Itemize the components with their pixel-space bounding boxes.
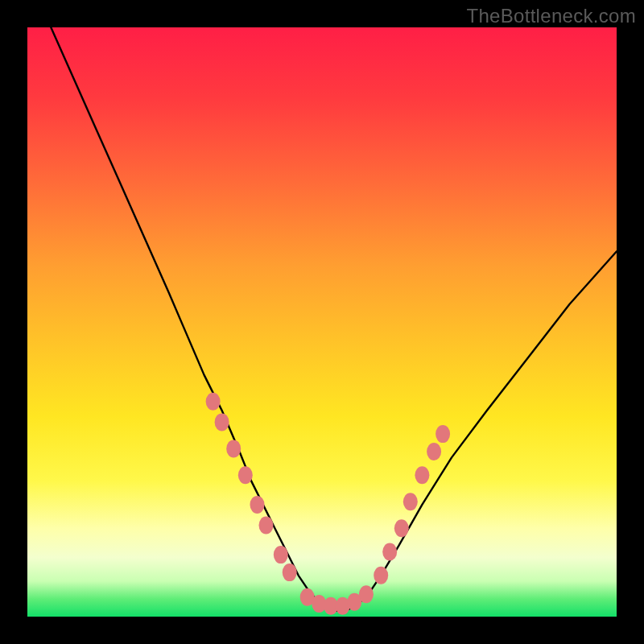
curve-marker [394,519,409,537]
bottleneck-chart-svg [27,27,617,617]
curve-marker [259,517,274,535]
curve-marker [415,466,429,484]
bottleneck-curve [51,27,617,611]
chart-frame: TheBottleneck.com [0,0,644,644]
curve-marker [250,496,265,514]
curve-marker [382,543,397,561]
curve-marker [359,585,374,603]
curve-marker [374,567,388,584]
curve-marker [427,443,441,460]
curve-marker [436,425,450,443]
chart-plot-area [27,27,617,617]
marker-group [206,393,450,615]
curve-marker [274,546,288,564]
curve-marker [283,564,297,581]
watermark-text: TheBottleneck.com [466,5,636,27]
curve-marker [206,393,221,411]
curve-marker [238,466,253,484]
curve-marker [403,493,418,510]
curve-marker [226,440,241,457]
curve-marker [215,413,229,431]
